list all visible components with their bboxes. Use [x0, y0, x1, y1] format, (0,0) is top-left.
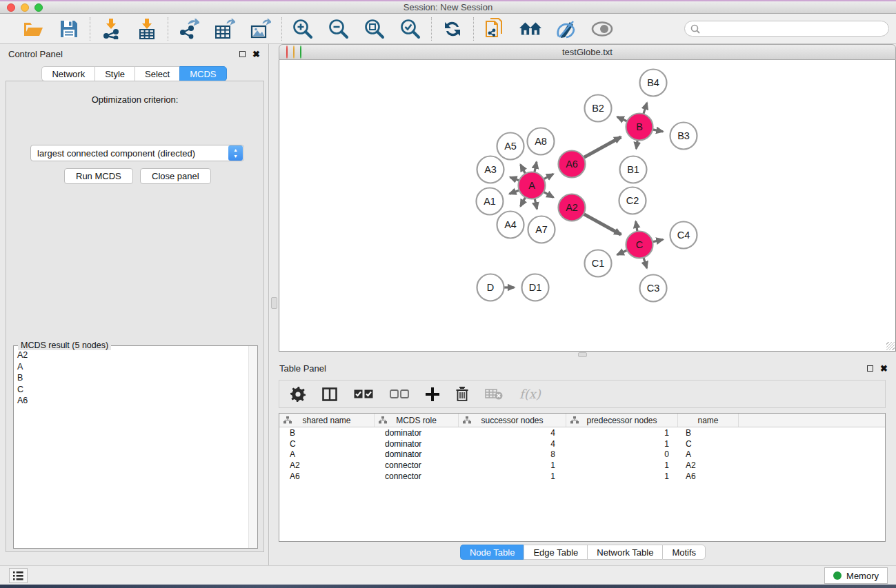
table-cell[interactable]: C	[279, 439, 375, 449]
save-session-icon[interactable]	[58, 18, 80, 40]
table-row[interactable]: Bdominator41B	[279, 427, 885, 438]
close-table-panel-icon[interactable]: ✖	[880, 363, 888, 374]
tab-network[interactable]: Network	[41, 66, 94, 81]
table-cell[interactable]: C	[678, 439, 739, 449]
table-cell[interactable]: B	[279, 428, 375, 438]
tab-node-table[interactable]: Node Table	[460, 545, 524, 560]
table-row[interactable]: A2connector11A2	[279, 460, 885, 471]
task-history-button[interactable]	[9, 568, 28, 583]
zoom-fit-icon[interactable]	[364, 18, 386, 40]
show-hide-eye-icon[interactable]	[591, 18, 613, 40]
show-columns-icon[interactable]	[322, 387, 337, 401]
table-cell[interactable]: 0	[566, 449, 678, 459]
import-network-icon[interactable]	[100, 18, 122, 40]
tab-style[interactable]: Style	[94, 66, 135, 81]
column-header-name[interactable]: name	[678, 414, 739, 427]
graph-edge-C-C1[interactable]	[617, 250, 627, 254]
mcds-result-item[interactable]: A6	[14, 395, 248, 407]
close-panel-button[interactable]: Close panel	[140, 168, 211, 184]
unselect-all-columns-icon[interactable]	[390, 389, 409, 398]
table-cell[interactable]: 1	[566, 460, 678, 470]
tab-network-table[interactable]: Network Table	[587, 545, 662, 560]
table-cell[interactable]: connector	[375, 460, 459, 470]
memory-button[interactable]: Memory	[824, 567, 888, 584]
mcds-result-item[interactable]: B	[14, 372, 248, 384]
graph-edge-A-A1[interactable]	[510, 190, 519, 194]
column-header-predecessor-nodes[interactable]: predecessor nodes	[566, 414, 678, 427]
graph-edge-B-B3[interactable]	[653, 130, 663, 132]
table-cell[interactable]: 1	[459, 460, 566, 470]
mcds-result-scrollbar[interactable]	[248, 346, 257, 548]
graph-edge-B-B4[interactable]	[644, 103, 647, 114]
zoom-selected-icon[interactable]	[399, 18, 421, 40]
mcds-result-item[interactable]: A2	[14, 349, 248, 361]
network-window-titlebar[interactable]: testGlobe.txt	[279, 44, 896, 60]
table-cell[interactable]: 1	[566, 428, 678, 438]
column-header-successor-nodes[interactable]: successor nodes	[459, 414, 566, 427]
graph-edge-C-C4[interactable]	[653, 240, 663, 242]
float-panel-icon[interactable]	[239, 51, 246, 57]
table-cell[interactable]: A	[279, 449, 375, 459]
mcds-result-item[interactable]: A	[14, 361, 248, 373]
zoom-out-icon[interactable]	[328, 18, 350, 40]
column-header-shared-name[interactable]: shared name	[279, 414, 375, 427]
graph-edge-A-A2[interactable]	[544, 192, 553, 197]
graph-edge-A-A7[interactable]	[535, 199, 537, 209]
graph-edge-A-A8[interactable]	[535, 162, 537, 172]
table-cell[interactable]: 1	[566, 439, 678, 449]
search-input[interactable]	[684, 21, 889, 37]
table-cell[interactable]: dominator	[375, 439, 459, 449]
table-cell[interactable]: B	[678, 428, 739, 438]
mcds-result-item[interactable]: C	[14, 384, 248, 396]
network-close-traffic-light[interactable]	[286, 45, 288, 59]
function-builder-icon[interactable]: f(x)	[519, 387, 541, 401]
float-table-panel-icon[interactable]	[867, 365, 873, 372]
table-settings-gear-icon[interactable]	[290, 387, 306, 402]
vertical-split-grip[interactable]	[271, 297, 277, 309]
table-cell[interactable]: 1	[459, 472, 566, 481]
graph-edge-B-B2[interactable]	[617, 117, 627, 121]
refresh-icon[interactable]	[441, 18, 464, 40]
tab-select[interactable]: Select	[135, 66, 179, 81]
delete-table-icon[interactable]	[485, 388, 503, 400]
open-session-icon[interactable]	[22, 18, 44, 40]
zoom-in-icon[interactable]	[292, 18, 314, 40]
table-cell[interactable]: dominator	[375, 449, 459, 459]
table-cell[interactable]: A2	[279, 460, 375, 470]
table-cell[interactable]: A6	[678, 472, 739, 481]
table-cell[interactable]: connector	[375, 472, 459, 481]
table-row[interactable]: Cdominator41C	[279, 438, 885, 449]
column-header-mcds-role[interactable]: MCDS role	[375, 414, 459, 427]
table-row[interactable]: Adominator80A	[279, 449, 885, 460]
graph-edge-A-A3[interactable]	[510, 177, 519, 181]
home-layout-icon[interactable]	[519, 18, 541, 40]
export-table-icon[interactable]	[214, 18, 236, 40]
table-cell[interactable]: 4	[459, 428, 566, 438]
tab-edge-table[interactable]: Edge Table	[524, 545, 587, 560]
table-row[interactable]: A6connector11A6	[279, 471, 885, 482]
run-mcds-button[interactable]: Run MCDS	[64, 168, 133, 184]
clone-network-icon[interactable]	[484, 18, 506, 40]
graph-edge-A-A5[interactable]	[521, 165, 526, 174]
import-table-icon[interactable]	[136, 18, 158, 40]
graphics-details-icon[interactable]	[555, 18, 577, 40]
select-all-columns-icon[interactable]	[354, 389, 373, 398]
table-cell[interactable]: 1	[566, 472, 678, 481]
tab-motifs[interactable]: Motifs	[662, 545, 706, 560]
graph-edge-C-C2[interactable]	[636, 221, 637, 232]
export-network-icon[interactable]	[178, 18, 200, 40]
table-cell[interactable]: 8	[459, 449, 566, 459]
table-cell[interactable]: A6	[279, 472, 375, 481]
network-minimize-traffic-light[interactable]	[293, 45, 295, 59]
graph-edge-C-C3[interactable]	[644, 258, 647, 268]
delete-column-icon[interactable]	[456, 387, 468, 401]
table-cell[interactable]: A2	[678, 460, 739, 470]
graph-edge-A-A6[interactable]	[544, 174, 553, 179]
optimization-criterion-select[interactable]: largest connected component (directed) ▲…	[30, 145, 244, 161]
graph-edge-A6-B[interactable]	[584, 137, 621, 158]
tab-mcds[interactable]: MCDS	[179, 66, 226, 81]
close-panel-icon[interactable]: ✖	[252, 49, 260, 59]
table-cell[interactable]: 4	[459, 439, 566, 449]
network-canvas[interactable]: B4B2BB3A5A8A6B1A3AC2A1A2A4A7C4CC1C3DD1	[279, 60, 896, 352]
graph-edge-A-A4[interactable]	[521, 197, 526, 206]
